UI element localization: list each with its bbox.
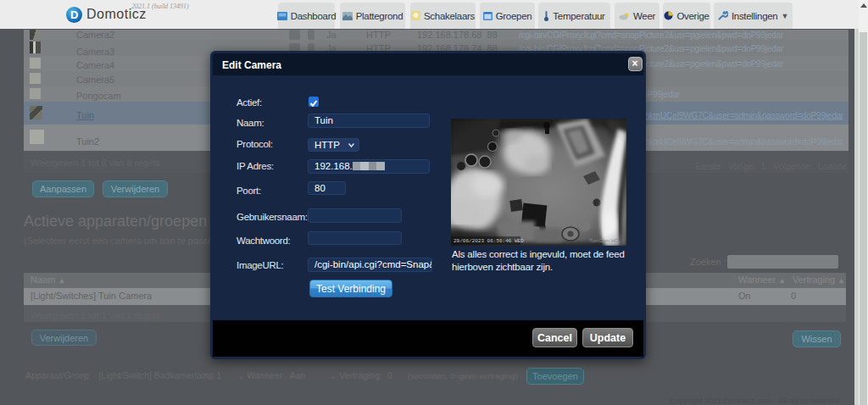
svg-text:29/06/2023 06:56:46 WED: 29/06/2023 06:56:46 WED bbox=[453, 238, 524, 244]
svg-text:TuinCam HD: TuinCam HD bbox=[589, 238, 619, 243]
